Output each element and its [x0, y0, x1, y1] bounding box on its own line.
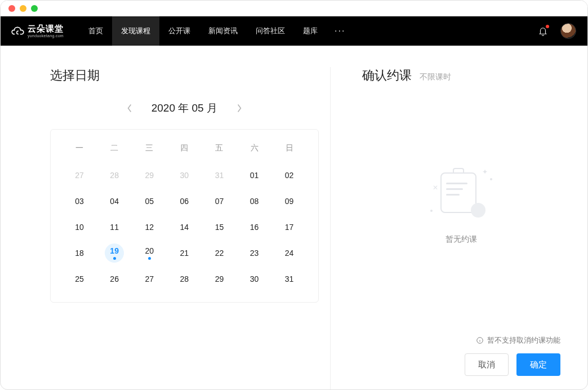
window-minimize-button[interactable]: [20, 5, 26, 12]
calendar-weekday-4: 五: [202, 138, 237, 162]
calendar-day-02[interactable]: 02: [272, 162, 307, 188]
confirm-button[interactable]: 确定: [516, 353, 560, 376]
empty-state-text: 暂无约课: [446, 234, 477, 245]
nav-item-4[interactable]: 问答社区: [247, 16, 294, 46]
notification-badge: [546, 25, 549, 28]
logo-subtext: yunduoketang.com: [28, 34, 64, 38]
calendar-day-12[interactable]: 12: [132, 214, 167, 240]
notification-bell-icon[interactable]: [538, 26, 548, 36]
confirm-pane: 确认约课 不限课时 ✕ ✦ 暂无约课: [330, 67, 587, 389]
nav-item-2[interactable]: 公开课: [159, 16, 199, 46]
logo-cloud-icon: [10, 25, 25, 37]
calendar-day-25[interactable]: 25: [62, 266, 97, 292]
calendar-day-10[interactable]: 10: [62, 214, 97, 240]
calendar-weekday-3: 四: [167, 138, 202, 162]
window-titlebar: [1, 1, 587, 16]
footer-note-text: 暂不支持取消约课功能: [487, 335, 560, 345]
calendar-weekday-2: 三: [132, 138, 167, 162]
calendar-day-27-out: 27: [62, 162, 97, 188]
calendar-day-29-out: 29: [132, 162, 167, 188]
logo[interactable]: 云朵课堂 yunduoketang.com: [10, 24, 64, 38]
nav-item-1[interactable]: 发现课程: [112, 16, 159, 46]
window-close-button[interactable]: [8, 5, 15, 12]
calendar-day-30[interactable]: 30: [237, 266, 271, 292]
calendar-day-05[interactable]: 05: [132, 188, 167, 214]
calendar-day-20[interactable]: 20: [132, 240, 167, 266]
calendar-day-16[interactable]: 16: [237, 214, 271, 240]
calendar-day-06[interactable]: 06: [167, 188, 202, 214]
calendar-weekday-1: 二: [97, 138, 132, 162]
calendar-day-21[interactable]: 21: [167, 240, 202, 266]
calendar-next-button[interactable]: [233, 102, 246, 114]
top-nav: 云朵课堂 yunduoketang.com 首页发现课程公开课新闻资讯问答社区题…: [1, 16, 587, 46]
app-window: 云朵课堂 yunduoketang.com 首页发现课程公开课新闻资讯问答社区题…: [0, 0, 588, 390]
calendar-event-dot: [113, 257, 116, 260]
calendar-day-22[interactable]: 22: [202, 240, 237, 266]
calendar-day-03[interactable]: 03: [62, 188, 97, 214]
empty-state: ✕ ✦ 暂无约课: [362, 73, 560, 335]
calendar-day-31-out: 31: [202, 162, 237, 188]
info-icon: [476, 336, 484, 344]
calendar-day-28-out: 28: [97, 162, 132, 188]
calendar-weekday-5: 六: [237, 138, 271, 162]
calendar-day-30-out: 30: [167, 162, 202, 188]
nav-more-button[interactable]: ···: [327, 26, 353, 36]
calendar-day-23[interactable]: 23: [237, 240, 271, 266]
calendar-day-29[interactable]: 29: [202, 266, 237, 292]
calendar-day-17[interactable]: 17: [272, 214, 307, 240]
calendar-weekday-0: 一: [62, 138, 97, 162]
cancel-button[interactable]: 取消: [465, 353, 509, 376]
user-avatar[interactable]: [560, 23, 576, 39]
calendar-day-09[interactable]: 09: [272, 188, 307, 214]
calendar-day-01[interactable]: 01: [237, 162, 271, 188]
calendar-day-11[interactable]: 11: [97, 214, 132, 240]
calendar-day-07[interactable]: 07: [202, 188, 237, 214]
calendar-event-dot: [148, 257, 151, 260]
calendar-grid: 一二三四五六日 27282930310102030405060708091011…: [50, 129, 319, 303]
date-picker-pane: 选择日期 2020 年 05 月 一二三四五六日 272829303101020…: [1, 67, 330, 389]
calendar-day-04[interactable]: 04: [97, 188, 132, 214]
date-section-title: 选择日期: [50, 67, 319, 84]
calendar-month-label: 2020 年 05 月: [152, 101, 217, 116]
calendar-day-08[interactable]: 08: [237, 188, 271, 214]
nav-item-5[interactable]: 题库: [294, 16, 327, 46]
calendar-day-31[interactable]: 31: [272, 266, 307, 292]
logo-text: 云朵课堂: [28, 24, 64, 33]
calendar-day-18[interactable]: 18: [62, 240, 97, 266]
nav-item-3[interactable]: 新闻资讯: [199, 16, 247, 46]
calendar-day-24[interactable]: 24: [272, 240, 307, 266]
calendar-day-26[interactable]: 26: [97, 266, 132, 292]
calendar-prev-button[interactable]: [123, 102, 136, 114]
calendar-day-27[interactable]: 27: [132, 266, 167, 292]
footer-note: 暂不支持取消约课功能: [362, 335, 560, 345]
empty-clipboard-icon: ✕ ✦: [430, 163, 492, 225]
calendar-day-15[interactable]: 15: [202, 214, 237, 240]
calendar-weekday-6: 日: [272, 138, 307, 162]
window-zoom-button[interactable]: [31, 5, 38, 12]
calendar-day-14[interactable]: 14: [167, 214, 202, 240]
calendar-day-28[interactable]: 28: [167, 266, 202, 292]
nav-item-0[interactable]: 首页: [79, 16, 112, 46]
calendar-day-19[interactable]: 19: [97, 240, 132, 266]
